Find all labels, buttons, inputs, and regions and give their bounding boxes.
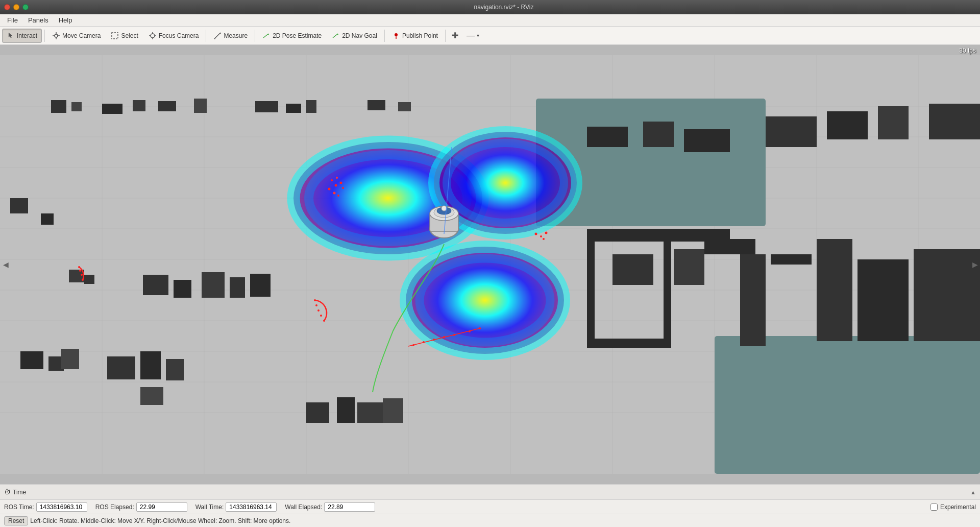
svg-rect-74 [140, 351, 161, 379]
2d-nav-icon [332, 32, 340, 40]
svg-line-123 [408, 328, 480, 346]
svg-rect-71 [230, 277, 245, 298]
2d-nav-button[interactable]: 2D Nav Goal [327, 29, 382, 43]
svg-rect-51 [306, 100, 316, 113]
svg-point-114 [314, 299, 316, 301]
svg-point-125 [423, 341, 425, 343]
titlebar: navigation.rviz* - RViz [0, 0, 980, 14]
extra-add-button[interactable]: ✚ [448, 29, 462, 43]
svg-rect-49 [255, 101, 278, 112]
svg-rect-76 [140, 387, 163, 405]
svg-rect-81 [612, 254, 653, 285]
wall-time-field: Wall Time: 1433816963.14 [195, 502, 277, 512]
wall-elapsed-value[interactable]: 22.89 [324, 502, 375, 512]
select-button[interactable]: Select [106, 29, 142, 43]
fps-display: 30 fps [959, 47, 976, 54]
menu-help[interactable]: Help [54, 15, 78, 25]
svg-line-14 [263, 34, 268, 38]
menu-file[interactable]: File [2, 15, 23, 25]
reset-button[interactable]: Reset [4, 516, 28, 525]
publish-point-button[interactable]: Publish Point [387, 29, 443, 43]
experimental-label: Experimental [940, 504, 976, 511]
close-button[interactable] [4, 4, 10, 10]
svg-point-119 [535, 233, 537, 235]
extra-minus-button[interactable]: — ▾ [463, 29, 483, 43]
plus-icon: ✚ [452, 31, 458, 40]
focus-camera-button[interactable]: Focus Camera [144, 29, 204, 43]
menu-panels[interactable]: Panels [23, 15, 54, 25]
svg-rect-80 [587, 339, 671, 348]
svg-rect-57 [766, 116, 817, 147]
svg-rect-41 [536, 99, 766, 226]
measure-icon [213, 32, 222, 40]
measure-button[interactable]: Measure [209, 29, 252, 43]
svg-rect-84 [740, 254, 766, 346]
svg-rect-73 [107, 356, 135, 379]
wall-elapsed-field: Wall Elapsed: 22.89 [285, 502, 375, 512]
wall-elapsed-label: Wall Elapsed: [285, 504, 322, 511]
svg-rect-61 [10, 198, 28, 213]
svg-point-97 [434, 132, 577, 234]
menubar: File Panels Help [0, 14, 980, 27]
2d-pose-label: 2D Pose Estimate [273, 32, 322, 39]
publish-point-label: Publish Point [402, 32, 438, 39]
sep5 [445, 30, 446, 42]
svg-point-130 [479, 327, 481, 329]
ros-elapsed-value[interactable]: 22.99 [136, 502, 187, 512]
svg-line-16 [333, 34, 338, 38]
expand-icon[interactable]: ▲ [970, 489, 976, 495]
svg-rect-47 [158, 101, 176, 111]
experimental-checkbox[interactable] [930, 504, 938, 511]
svg-rect-53 [398, 102, 411, 111]
svg-rect-70 [202, 272, 225, 298]
svg-point-115 [315, 304, 317, 306]
move-camera-button[interactable]: Move Camera [47, 29, 105, 43]
svg-rect-66 [48, 356, 64, 371]
viewport[interactable]: ◀ ▶ 30 fps [0, 45, 980, 484]
svg-rect-88 [914, 249, 980, 341]
svg-rect-78 [587, 242, 595, 344]
svg-rect-5 [112, 33, 118, 39]
svg-rect-69 [174, 280, 191, 298]
svg-point-121 [545, 232, 548, 234]
svg-rect-75 [166, 359, 184, 380]
svg-rect-56 [684, 129, 730, 152]
svg-point-109 [337, 195, 339, 197]
help-bar: Reset Left-Click: Rotate. Middle-Click: … [0, 514, 980, 527]
svg-rect-50 [286, 104, 301, 113]
svg-point-99 [406, 247, 564, 354]
svg-point-105 [336, 177, 338, 179]
wall-time-value[interactable]: 1433816963.14 [226, 502, 277, 512]
svg-point-100 [406, 247, 564, 354]
svg-point-128 [453, 334, 455, 336]
svg-point-113 [82, 279, 84, 281]
svg-point-18 [395, 33, 398, 36]
svg-point-6 [151, 34, 155, 38]
ros-time-field: ROS Time: 1433816963.10 [4, 502, 87, 512]
svg-rect-91 [357, 402, 383, 423]
svg-text:▶: ▶ [972, 260, 978, 269]
svg-rect-83 [704, 239, 755, 254]
svg-point-112 [81, 274, 83, 276]
interact-button[interactable]: Interact [2, 29, 42, 43]
svg-point-94 [293, 142, 482, 254]
2d-pose-button[interactable]: 2D Pose Estimate [258, 29, 326, 43]
sep3 [255, 30, 255, 42]
ros-elapsed-field: ROS Elapsed: 22.99 [95, 502, 187, 512]
svg-point-136 [442, 206, 447, 211]
svg-point-124 [412, 344, 414, 346]
maximize-button[interactable] [22, 4, 29, 10]
svg-rect-67 [61, 349, 79, 369]
svg-rect-132 [430, 213, 458, 231]
select-label: Select [121, 32, 138, 39]
minimize-button[interactable] [13, 4, 19, 10]
svg-point-108 [333, 192, 336, 195]
svg-rect-77 [587, 229, 730, 242]
scene-svg: ◀ ▶ [0, 45, 980, 484]
ros-time-value[interactable]: 1433816963.10 [36, 502, 87, 512]
svg-rect-55 [643, 122, 674, 147]
svg-rect-48 [194, 99, 207, 113]
publish-point-icon [392, 32, 400, 40]
svg-line-11 [214, 33, 220, 39]
svg-point-107 [342, 187, 344, 189]
